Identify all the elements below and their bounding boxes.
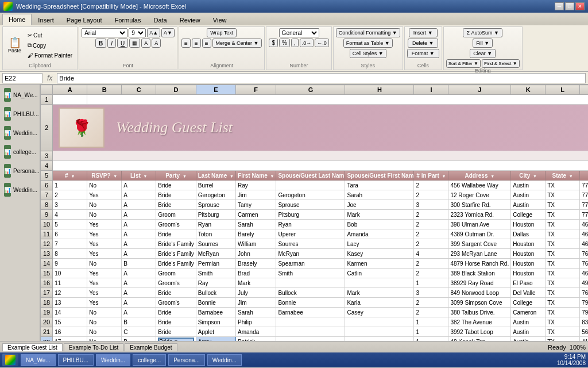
fill-color-button[interactable]: A [141, 39, 150, 48]
filter-arrow-first[interactable]: ▼ [270, 174, 274, 178]
find-select-button[interactable]: Find & Select ▼ [482, 59, 520, 68]
sort-filter-button[interactable]: Sort & Filter ▼ [446, 59, 481, 68]
filter-arrow-rsvp[interactable]: ▼ [113, 174, 117, 178]
col-m[interactable]: M [580, 85, 588, 95]
clear-button[interactable]: Clear ▼ [470, 49, 496, 58]
increase-font-button[interactable]: A▲ [147, 28, 160, 37]
font-color-button[interactable]: A [152, 39, 161, 48]
filter-arrow-last[interactable]: ▼ [230, 174, 234, 178]
cell-name-box[interactable] [2, 73, 42, 83]
filter-arrow-city[interactable]: ▼ [533, 174, 537, 178]
cell-party[interactable]: Bride [156, 181, 196, 190]
delete-cell-button[interactable]: Delete ▼ [408, 39, 438, 48]
cut-button[interactable]: ✂ Cut [25, 31, 75, 40]
col-g[interactable]: G [276, 85, 345, 95]
cell-count[interactable]: 2 [414, 181, 448, 190]
col-b[interactable]: B [87, 85, 122, 95]
taskbar-item-college[interactable]: college... [133, 354, 166, 366]
cell-styles-button[interactable]: Cell Styles ▼ [350, 49, 386, 58]
col-f[interactable]: F [236, 85, 276, 95]
conditional-formatting-button[interactable]: Conditional Formatting ▼ [336, 28, 400, 37]
start-button[interactable] [2, 354, 18, 366]
col-c[interactable]: C [122, 85, 156, 95]
format-painter-button[interactable]: 🖌 Format Painter [25, 51, 75, 60]
underline-button[interactable]: U [117, 39, 128, 48]
close-button[interactable]: ✕ [575, 2, 585, 10]
taskbar-item-weddin2[interactable]: Weddin... [207, 354, 242, 366]
font-name-select[interactable]: Arial [82, 28, 127, 37]
col-header-party[interactable]: Party ▼ [156, 171, 196, 181]
sidebar-item-college[interactable]: 📊 college... [1, 143, 38, 161]
sidebar-item-weddin1[interactable]: 📊 Weddin... [1, 124, 38, 142]
comma-button[interactable]: , [291, 39, 299, 47]
italic-button[interactable]: I [107, 39, 116, 48]
minimize-button[interactable]: ─ [555, 2, 564, 10]
taskbar-item-nawe[interactable]: NA_We... [21, 354, 56, 366]
filter-arrow-address[interactable]: ▼ [490, 174, 494, 178]
col-e[interactable]: E [196, 85, 235, 95]
tab-budget[interactable]: Example Budget [125, 343, 177, 351]
col-header-count[interactable]: # in Part ▼ [414, 171, 448, 181]
restore-button[interactable]: □ [565, 2, 574, 10]
sidebar-item-philbu[interactable]: 📊 PHILBU... [1, 105, 38, 123]
filter-arrow-list[interactable]: ▼ [144, 174, 148, 178]
sidebar-item-nawe[interactable]: 📊 NA_We... [1, 86, 38, 104]
tab-guest-list[interactable]: Example Guest List [2, 343, 63, 351]
tab-formulas[interactable]: Formulas [109, 14, 148, 25]
filter-arrow-count[interactable]: ▼ [442, 174, 446, 178]
tab-insert[interactable]: Insert [32, 14, 60, 25]
cell-slast[interactable] [276, 181, 345, 190]
col-i[interactable]: I [414, 85, 448, 95]
col-header-rsvp[interactable]: RSVP? ▼ [87, 171, 122, 181]
filter-arrow-num[interactable]: ▼ [71, 174, 75, 178]
cell-num[interactable]: 1 [53, 181, 87, 190]
tab-view[interactable]: View [207, 14, 233, 25]
decrease-font-button[interactable]: A▼ [161, 28, 175, 37]
border-button[interactable]: ▦ [129, 39, 140, 48]
col-header-first[interactable]: First Name ▼ [236, 171, 276, 181]
col-header-state[interactable]: State ▼ [546, 171, 580, 181]
col-header-sfirst[interactable]: Spouse/Guest First Name ▼ [345, 171, 414, 181]
col-d[interactable]: D [156, 85, 196, 95]
cell-last[interactable]: Burrel [196, 181, 235, 190]
tab-todo-list[interactable]: Example To-Do List [64, 343, 124, 351]
filter-arrow-state[interactable]: ▼ [569, 174, 573, 178]
increase-decimal-button[interactable]: .0→ [300, 39, 314, 47]
cell-city[interactable]: Austin [511, 181, 546, 190]
wrap-text-button[interactable]: Wrap Text [207, 28, 237, 37]
filter-arrow-party[interactable]: ▼ [183, 174, 187, 178]
cell-row3[interactable] [53, 151, 588, 161]
col-header-list[interactable]: List ▼ [122, 171, 156, 181]
col-h[interactable]: H [345, 85, 414, 95]
cell-rsvp[interactable]: No [87, 181, 122, 190]
window-controls[interactable]: ─ □ ✕ [555, 2, 585, 10]
paste-button[interactable]: 📋 Paste [5, 36, 24, 55]
cell-state[interactable]: TX [546, 181, 580, 190]
sidebar-item-weddin2[interactable]: 📊 Weddin... [1, 181, 38, 199]
tab-data[interactable]: Data [147, 14, 173, 25]
col-header-last[interactable]: Last Name ▼ [196, 171, 235, 181]
insert-cell-button[interactable]: Insert ▼ [409, 28, 438, 37]
font-size-select[interactable]: 9 [129, 28, 146, 37]
taskbar-item-persona[interactable]: Persona... [168, 354, 205, 366]
currency-button[interactable]: $ [269, 39, 278, 47]
tab-home[interactable]: Home [2, 14, 32, 25]
align-right-button[interactable]: ≡ [202, 39, 211, 48]
tab-review[interactable]: Review [173, 14, 207, 25]
col-a[interactable]: A [53, 85, 87, 95]
cell-zip[interactable]: 77840 [580, 181, 588, 190]
cell-row4[interactable] [53, 161, 588, 171]
number-format-select[interactable]: General [279, 28, 319, 37]
formula-input[interactable] [57, 73, 586, 83]
fill-button[interactable]: Fill ▼ [473, 39, 493, 48]
tab-page-layout[interactable]: Page Layout [60, 14, 109, 25]
taskbar-item-philbu[interactable]: PHILBU... [58, 354, 94, 366]
col-k[interactable]: K [511, 85, 546, 95]
col-header-num[interactable]: # ▼ [53, 171, 87, 181]
col-header-city[interactable]: City ▼ [511, 171, 546, 181]
format-as-table-button[interactable]: Format as Table ▼ [343, 39, 393, 48]
col-l[interactable]: L [546, 85, 580, 95]
align-center-button[interactable]: ≡ [192, 39, 201, 48]
cell-list[interactable]: A [122, 181, 156, 190]
col-j[interactable]: J [448, 85, 511, 95]
